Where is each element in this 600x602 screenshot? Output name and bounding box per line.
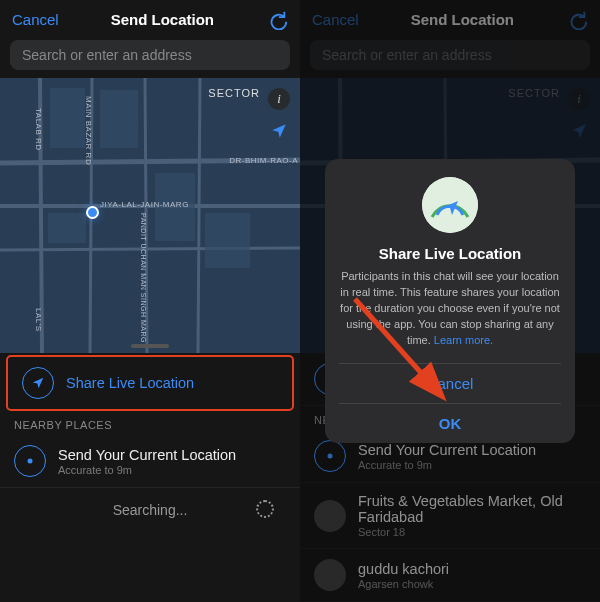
- header: Cancel Send Location: [0, 0, 300, 38]
- share-live-location-label: Share Live Location: [66, 375, 194, 391]
- svg-rect-1: [0, 78, 300, 353]
- map[interactable]: SECTOR DR-BHIM-RAO-A JIYA-LAL-JAIN-MARG …: [0, 78, 300, 353]
- map-road-label: PANDIT UCHAN MAN SINGH MARG: [140, 213, 147, 343]
- map-road-label: JIYA-LAL-JAIN-MARG: [100, 200, 189, 209]
- dialog-buttons: Cancel OK: [339, 363, 561, 443]
- dialog-ok-button[interactable]: OK: [339, 403, 561, 443]
- learn-more-link[interactable]: Learn more.: [434, 334, 493, 346]
- svg-rect-5: [48, 213, 86, 243]
- drag-handle[interactable]: [131, 344, 169, 348]
- svg-rect-6: [205, 213, 250, 268]
- dialog-body: Participants in this chat will see your …: [339, 269, 561, 349]
- phone-screen-left: Cancel Send Location Search or enter an …: [0, 0, 300, 602]
- page-title: Send Location: [111, 11, 214, 28]
- map-road-label: LAL'S: [34, 308, 43, 332]
- modal-backdrop: Share Live Location Participants in this…: [300, 0, 600, 602]
- map-road-label: DR-BHIM-RAO-A: [229, 156, 298, 165]
- share-live-location-row[interactable]: Share Live Location: [6, 355, 294, 411]
- current-location-label: Send Your Current Location: [58, 447, 236, 463]
- svg-rect-2: [50, 88, 85, 148]
- dialog-title: Share Live Location: [339, 245, 561, 262]
- svg-point-7: [28, 459, 33, 464]
- current-location-icon: [14, 445, 46, 477]
- svg-rect-3: [100, 90, 138, 148]
- dialog-cancel-button[interactable]: Cancel: [339, 364, 561, 403]
- map-background: [0, 78, 300, 357]
- refresh-button[interactable]: [266, 8, 288, 30]
- map-road-label: MAIN BAZAR RD: [84, 96, 93, 165]
- map-locate-button[interactable]: [268, 120, 290, 142]
- cancel-button[interactable]: Cancel: [12, 11, 59, 28]
- nearby-places-header: NEARBY PLACES: [0, 411, 300, 435]
- send-current-location-row[interactable]: Send Your Current Location Accurate to 9…: [0, 435, 300, 488]
- search-input[interactable]: Search or enter an address: [10, 40, 290, 70]
- user-location-dot: [86, 206, 99, 219]
- location-list: Share Live Location NEARBY PLACES Send Y…: [0, 355, 300, 532]
- spinner-icon: [256, 500, 274, 518]
- map-sector-label: SECTOR: [208, 87, 260, 99]
- dialog-icon: [422, 177, 478, 233]
- map-road-label: TALAB RD: [34, 108, 43, 151]
- current-location-accuracy: Accurate to 9m: [58, 464, 236, 476]
- map-info-button[interactable]: i: [268, 88, 290, 110]
- searching-indicator: Searching...: [0, 488, 300, 532]
- share-live-location-dialog: Share Live Location Participants in this…: [325, 159, 575, 443]
- live-location-icon: [22, 367, 54, 399]
